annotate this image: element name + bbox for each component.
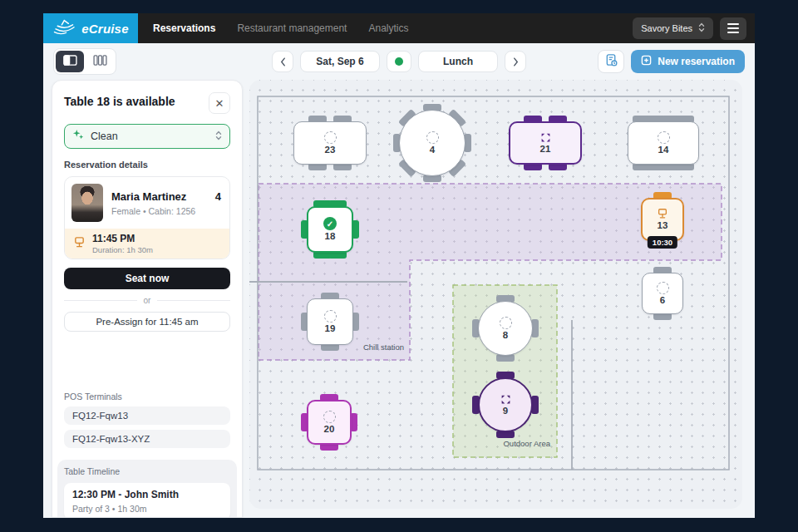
columns-view-button[interactable] [86, 51, 114, 72]
table-top: 21 [509, 121, 582, 165]
table-4[interactable]: 4 [399, 110, 466, 176]
sidebar-view-button[interactable] [56, 51, 84, 72]
table-number: 21 [540, 145, 551, 155]
nav-reservations[interactable]: Reservations [153, 22, 215, 34]
reservation-details-label: Reservation details [64, 160, 230, 170]
sidebar-layout-icon [63, 54, 77, 69]
reservation-time-strip: 11:45 PM Duration: 1h 30m [65, 229, 229, 259]
table-top: 8 [478, 301, 533, 356]
table-number: 6 [660, 296, 665, 306]
guest-card[interactable]: Maria Martinez 4 Female • Cabin: 1256 11… [64, 176, 230, 259]
table-number: 18 [325, 232, 336, 242]
brand-name: eCruise [81, 22, 128, 36]
reservation-list-button[interactable] [598, 50, 624, 73]
table-number: 20 [324, 425, 335, 435]
topbar-right: Savory Bites [633, 13, 755, 43]
table-top: 20 [307, 400, 352, 445]
app-window: eCruise Reservations Restaurant manageme… [43, 13, 755, 518]
prev-day-button[interactable] [272, 51, 293, 72]
venue-select[interactable]: Savory Bites [633, 17, 713, 39]
guest-avatar [71, 184, 103, 222]
table-20[interactable]: 20 [307, 400, 352, 445]
new-reservation-button[interactable]: New reservation [631, 50, 745, 73]
timeline-entry[interactable]: 12:30 PM - John Smith Party of 3 • 1h 30… [64, 483, 230, 518]
guest-meta: Female • Cabin: 1256 [111, 206, 223, 216]
toolbar: Sat, Sep 6 Lunch New reservat [43, 43, 755, 80]
close-icon: ✕ [215, 97, 224, 110]
time-badge: 10:30 [648, 236, 677, 249]
reservation-duration: Duration: 1h 30m [92, 245, 153, 254]
dashed-icon [323, 411, 336, 423]
table-14[interactable]: 14 [628, 121, 699, 165]
table-18[interactable]: ✓18 [307, 206, 353, 253]
table-top: ✓18 [307, 206, 353, 253]
timeline-entry-title: 12:30 PM - John Smith [72, 489, 222, 500]
table-21[interactable]: 21 [509, 121, 582, 165]
table-top: 23 [293, 121, 367, 165]
dashed-icon [324, 310, 337, 323]
pos-terminals-label: POS Terminals [64, 392, 230, 401]
sign-icon [657, 208, 668, 219]
dashed-icon [500, 317, 512, 329]
dashed-icon [657, 282, 669, 294]
green-status-dot [395, 57, 403, 66]
brand-logo[interactable]: eCruise [43, 13, 138, 43]
table-13[interactable]: 1310:30 [641, 198, 684, 241]
venue-name: Savory Bites [641, 23, 692, 33]
nav-restaurant-management[interactable]: Restaurant management [237, 22, 347, 34]
pos-terminal-item[interactable]: FQ12-Fqw13 [64, 406, 230, 425]
zone-label-chill-station: Chill station [363, 342, 404, 352]
floor-canvas[interactable]: Chill stationOutdoor Area2342114✓181310:… [249, 80, 742, 509]
table-number: 9 [503, 406, 508, 416]
panel-title: Table 18 is available [64, 92, 175, 108]
top-bar: eCruise Reservations Restaurant manageme… [43, 13, 755, 43]
table-9[interactable]: 9 [478, 377, 533, 432]
date-controls: Sat, Sep 6 Lunch [272, 51, 526, 72]
table-top: 6 [642, 273, 683, 314]
table-timeline-label: Table Timeline [64, 466, 230, 476]
plus-square-icon [641, 55, 652, 68]
zone-label-outdoor-area: Outdoor Area [503, 439, 550, 448]
move-icon [500, 394, 511, 405]
table-6[interactable]: 6 [642, 273, 683, 314]
seat-now-button[interactable]: Seat now [64, 268, 230, 289]
menu-button[interactable] [720, 17, 746, 40]
table-number: 19 [325, 324, 336, 334]
main-nav: Reservations Restaurant management Analy… [138, 13, 408, 43]
new-reservation-label: New reservation [658, 56, 735, 67]
table-top: 4 [399, 110, 466, 176]
nav-analytics[interactable]: Analytics [368, 22, 408, 34]
view-toggle [53, 48, 116, 75]
close-panel-button[interactable]: ✕ [209, 92, 230, 114]
table-top: 9 [478, 377, 533, 432]
sparkles-icon [72, 129, 84, 144]
party-size: 4 [215, 190, 223, 203]
toolbar-right: New reservation [598, 50, 745, 73]
table-timeline-section: Table Timeline 12:30 PM - John Smith Par… [57, 460, 237, 518]
table-8[interactable]: 8 [478, 301, 533, 356]
dashed-icon [324, 131, 337, 144]
document-clock-icon [604, 53, 618, 71]
ship-icon [52, 17, 77, 39]
or-text: or [144, 296, 151, 305]
table-19[interactable]: 19 [307, 298, 353, 345]
status-dot-button[interactable] [387, 51, 411, 72]
date-button[interactable]: Sat, Sep 6 [300, 51, 380, 72]
dashed-icon [426, 131, 439, 144]
table-top: 19 [307, 298, 353, 345]
table-status-select[interactable]: Clean [64, 124, 230, 149]
timeline-entry-meta: Party of 3 • 1h 30m [72, 504, 222, 514]
table-number: 8 [503, 331, 508, 341]
or-divider: or [64, 296, 230, 305]
table-23[interactable]: 23 [293, 121, 367, 165]
preassign-button[interactable]: Pre-Assign for 11:45 am [64, 312, 230, 332]
table-number: 23 [325, 145, 336, 155]
table-top: 14 [628, 121, 699, 165]
table-sign-icon [73, 236, 86, 252]
pos-terminals-section: POS Terminals FQ12-Fqw13 FQ12-Fqw13-XYZ [64, 392, 230, 448]
reservation-time: 11:45 PM [92, 233, 153, 244]
next-day-button[interactable] [505, 51, 526, 72]
check-icon: ✓ [323, 217, 337, 230]
pos-terminal-item[interactable]: FQ12-Fqw13-XYZ [64, 430, 230, 448]
meal-button[interactable]: Lunch [418, 51, 498, 72]
